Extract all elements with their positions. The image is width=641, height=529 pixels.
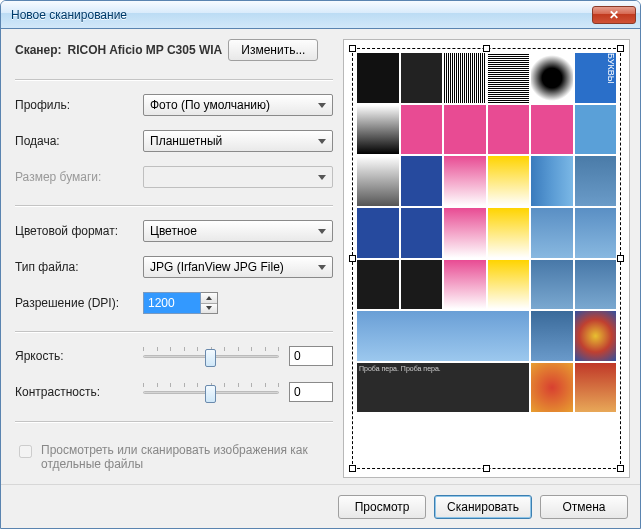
crop-handle[interactable]: [349, 255, 356, 262]
profile-value: Фото (По умолчанию): [150, 98, 270, 112]
window-title: Новое сканирование: [11, 8, 592, 22]
titlebar[interactable]: Новое сканирование ✕: [1, 1, 640, 29]
source-value: Планшетный: [150, 134, 222, 148]
close-button[interactable]: ✕: [592, 6, 636, 24]
change-scanner-button[interactable]: Изменить...: [228, 39, 318, 61]
file-type-select[interactable]: JPG (IrfanView JPG File): [143, 256, 333, 278]
scanner-label: Сканер:: [15, 43, 62, 57]
profile-label: Профиль:: [15, 98, 143, 112]
preview-image: БУКВЫ Проба пера. Проба пера.: [357, 53, 616, 464]
paper-size-label: Размер бумаги:: [15, 170, 143, 184]
brightness-label: Яркость:: [15, 349, 143, 363]
color-format-label: Цветовой формат:: [15, 224, 143, 238]
paper-size-select: [143, 166, 333, 188]
slider-thumb[interactable]: [205, 385, 216, 403]
contrast-value[interactable]: [289, 382, 333, 402]
chevron-down-icon: [318, 229, 326, 234]
crop-handle[interactable]: [349, 465, 356, 472]
brightness-value[interactable]: [289, 346, 333, 366]
dialog-footer: Просмотр Сканировать Отмена: [1, 484, 640, 528]
divider: [15, 421, 333, 423]
source-label: Подача:: [15, 134, 143, 148]
scan-button[interactable]: Сканировать: [434, 495, 532, 519]
separate-files-checkbox: [19, 445, 32, 458]
chevron-down-icon: [318, 175, 326, 180]
preview-panel[interactable]: БУКВЫ Проба пера. Проба пера.: [343, 39, 630, 478]
source-select[interactable]: Планшетный: [143, 130, 333, 152]
crop-selection[interactable]: БУКВЫ Проба пера. Проба пера.: [352, 48, 621, 469]
divider: [15, 79, 333, 81]
file-type-label: Тип файла:: [15, 260, 143, 274]
brightness-slider[interactable]: [143, 345, 279, 367]
crop-handle[interactable]: [483, 465, 490, 472]
contrast-label: Контрастность:: [15, 385, 143, 399]
resolution-input[interactable]: [143, 292, 201, 314]
resolution-label: Разрешение (DPI):: [15, 296, 143, 310]
contrast-slider[interactable]: [143, 381, 279, 403]
crop-handle[interactable]: [617, 255, 624, 262]
profile-select[interactable]: Фото (По умолчанию): [143, 94, 333, 116]
chevron-down-icon: [318, 139, 326, 144]
arrow-down-icon: [206, 306, 212, 310]
close-icon: ✕: [609, 8, 619, 22]
separate-files-label: Просмотреть или сканировать изображения …: [41, 443, 333, 471]
scanner-name: RICOH Aficio MP C305 WIA: [68, 43, 223, 57]
chevron-down-icon: [318, 103, 326, 108]
preview-button[interactable]: Просмотр: [338, 495, 426, 519]
crop-handle[interactable]: [483, 45, 490, 52]
settings-panel: Сканер: RICOH Aficio MP C305 WIA Изменит…: [15, 39, 333, 478]
arrow-up-icon: [206, 296, 212, 300]
color-format-value: Цветное: [150, 224, 197, 238]
spin-down-button[interactable]: [201, 304, 217, 314]
file-type-value: JPG (IrfanView JPG File): [150, 260, 284, 274]
slider-thumb[interactable]: [205, 349, 216, 367]
scan-dialog: Новое сканирование ✕ Сканер: RICOH Afici…: [0, 0, 641, 529]
chevron-down-icon: [318, 265, 326, 270]
spin-up-button[interactable]: [201, 293, 217, 304]
crop-handle[interactable]: [617, 45, 624, 52]
divider: [15, 205, 333, 207]
color-format-select[interactable]: Цветное: [143, 220, 333, 242]
divider: [15, 331, 333, 333]
resolution-spinner[interactable]: [201, 292, 218, 314]
cancel-button[interactable]: Отмена: [540, 495, 628, 519]
crop-handle[interactable]: [617, 465, 624, 472]
crop-handle[interactable]: [349, 45, 356, 52]
